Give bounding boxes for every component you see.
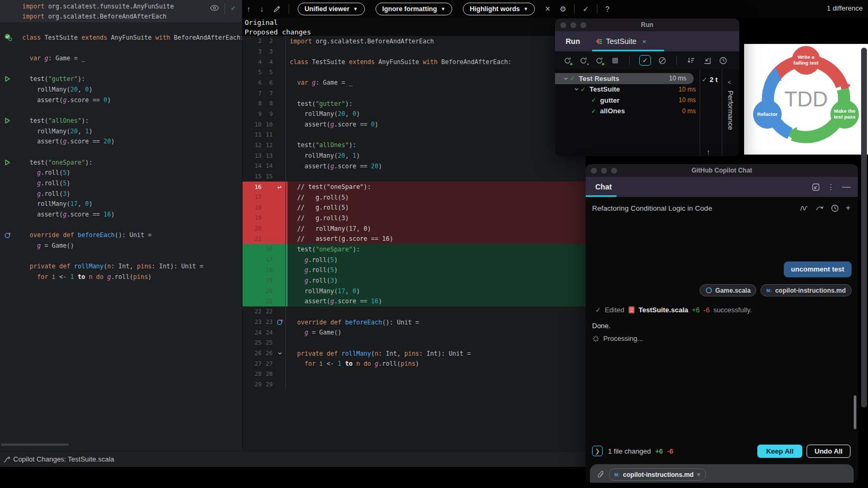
test-history-icon[interactable]	[718, 56, 728, 65]
sort-tests-icon[interactable]	[686, 56, 696, 65]
window-title: Run	[555, 21, 739, 29]
toolbar-divider	[597, 4, 597, 14]
diff-line: 20 // rollMany(17, 0)	[243, 223, 586, 234]
code-line: private def rollMany(n: Int, pins: Int):…	[0, 261, 242, 272]
open-in-editor-icon[interactable]	[812, 183, 820, 191]
diff-line: 22import org.scalatest.BeforeAndAfterEac…	[243, 36, 586, 47]
expand-changes-icon[interactable]: ❯	[592, 446, 603, 456]
paperclip-icon[interactable]	[597, 471, 605, 479]
history-icon[interactable]	[831, 204, 839, 212]
minimize-panel-icon[interactable]: —	[842, 182, 851, 192]
difference-count: 1 difference	[827, 4, 863, 12]
rerun-failed-icon[interactable]: ●	[578, 56, 588, 65]
run-icon[interactable]	[4, 159, 11, 166]
attached-file-chip[interactable]: M↓ copilot-instructions.md ×	[609, 468, 706, 481]
diff-line: 1111	[243, 130, 586, 140]
new-chat-icon[interactable]: +	[846, 203, 851, 213]
formatting-select[interactable]: Ignore formatting▼	[375, 3, 452, 15]
run-window-titlebar[interactable]: Run	[555, 19, 739, 31]
test-tree-row[interactable]: ✓Test Results10 ms	[555, 73, 694, 84]
diff-line: 1212 test("allOnes"):	[243, 140, 586, 151]
chev-icon[interactable]	[563, 76, 569, 82]
processing-row: Processing...	[592, 335, 643, 342]
edit-icon[interactable]	[273, 5, 281, 13]
ovr-icon[interactable]	[276, 319, 283, 326]
chip-label: Game.scala	[715, 287, 751, 294]
done-text: Done.	[592, 322, 611, 330]
navigate-to-test-icon[interactable]	[702, 56, 712, 65]
previous-test-icon[interactable]: ↑	[706, 148, 710, 156]
context-chip[interactable]: Game.scala	[700, 284, 757, 296]
accept-check-icon[interactable]: ✓	[583, 5, 589, 13]
code-line: test("oneSpare"):	[0, 157, 242, 168]
left-editor[interactable]: import org.scalatest.funsuite.AnyFunSuit…	[0, 0, 242, 451]
chev-icon[interactable]	[574, 86, 579, 92]
lines-added: +6	[692, 306, 700, 314]
kebab-menu-icon[interactable]: ⋮	[827, 183, 835, 191]
horizontal-scrollbar[interactable]	[1, 444, 69, 446]
show-ignored-toggle[interactable]	[657, 56, 667, 65]
chat-input-panel[interactable]: M↓ copilot-instructions.md × Add context…	[590, 464, 854, 483]
diff-line: 20 rollMany(17, 0)	[243, 286, 586, 296]
stop-icon[interactable]	[610, 56, 620, 65]
tdd-diagram-image: TDD Write afailing test Make thetest pas…	[744, 44, 868, 155]
tab-performance[interactable]: Performance	[727, 91, 735, 130]
scala-file-icon	[628, 306, 635, 314]
diff-panel[interactable]: Original Proposed changes 22import org.s…	[242, 18, 586, 451]
keep-all-button[interactable]: Keep All	[757, 445, 802, 458]
test-tree-row[interactable]: ✓gutter10 ms	[555, 95, 700, 106]
eye-icon[interactable]	[210, 5, 219, 11]
revert-change-icon[interactable]: ↩	[278, 184, 282, 191]
spinner-icon	[592, 335, 599, 342]
diff-line: 1414 assert(g.score == 20)	[243, 161, 586, 171]
close-diff-icon[interactable]: ×	[545, 4, 550, 14]
pass-icon[interactable]	[4, 33, 12, 41]
next-change-icon[interactable]: ↓	[260, 5, 264, 13]
ovr-icon[interactable]	[4, 232, 11, 239]
rerun-tests-icon[interactable]: ▶	[562, 56, 572, 65]
highlight-select[interactable]: Highlight words▼	[463, 3, 535, 15]
collapse-icon[interactable]: <	[728, 79, 731, 85]
settings-gear-icon[interactable]: ⚙	[560, 5, 567, 13]
run-toolbar: ▶ ● ▶ ✓	[555, 51, 739, 69]
check-icon[interactable]: ✓	[231, 4, 235, 12]
previous-change-icon[interactable]: ↑	[247, 5, 250, 13]
tab-chat[interactable]: Chat	[595, 183, 612, 191]
close-tab-icon[interactable]: ×	[642, 38, 647, 46]
context-chip-row: Game.scalaM↓copilot-instructions.md	[700, 284, 852, 296]
edited-file-name[interactable]: TestSuite.scala	[639, 306, 688, 314]
chat-body: Refactoring Conditional Logic in Code + …	[586, 197, 858, 482]
test-tree-row[interactable]: ✓allOnes0 ms	[555, 106, 700, 117]
run-icon[interactable]	[4, 118, 11, 124]
run-window: Run Run TestSuite × ▶ ●	[555, 19, 739, 156]
code-line: g.roll(5)	[0, 178, 242, 188]
test-name: allOnes	[600, 107, 625, 115]
copilot-scribble-icon[interactable]	[800, 204, 809, 212]
diff-line: 2929	[243, 379, 586, 390]
run-icon[interactable]	[4, 76, 11, 82]
chat-scrollbar[interactable]	[854, 395, 856, 429]
screen-scrollbar[interactable]	[861, 48, 867, 408]
diff-line: 99 rollMany(20, 0)	[243, 109, 586, 120]
tab-testsuite[interactable]: TestSuite ×	[595, 37, 646, 46]
tdd-center-label: TDD	[784, 87, 828, 111]
chip-label: copilot-instructions.md	[623, 471, 693, 478]
viewer-mode-select[interactable]: Unified viewer▼	[298, 3, 365, 15]
chat-window-titlebar[interactable]: GitHub Copilot Chat	[586, 164, 858, 177]
test-tree-row[interactable]: ✓TestSuite10 ms	[555, 84, 700, 95]
show-passed-toggle[interactable]: ✓	[639, 55, 651, 66]
tdd-left-label: Refactor	[757, 111, 778, 117]
help-icon[interactable]: ?	[605, 5, 610, 13]
check-icon: ✓	[595, 306, 601, 314]
context-chip[interactable]: M↓copilot-instructions.md	[760, 284, 852, 296]
diff-line: 1010 assert(g.score == 0)	[243, 119, 586, 130]
remove-chip-icon[interactable]: ×	[697, 471, 701, 478]
fold-icon[interactable]	[277, 350, 283, 356]
diff-line: 17 // g.roll(5)	[243, 192, 586, 203]
run-panel-label: Run	[566, 37, 580, 46]
proposed-changes-label: Proposed changes	[245, 28, 311, 36]
undo-all-button[interactable]: Undo All	[807, 445, 851, 458]
redo-icon[interactable]	[816, 205, 824, 211]
toggle-auto-test-icon[interactable]: ▶	[594, 56, 604, 65]
code-line	[0, 64, 242, 74]
